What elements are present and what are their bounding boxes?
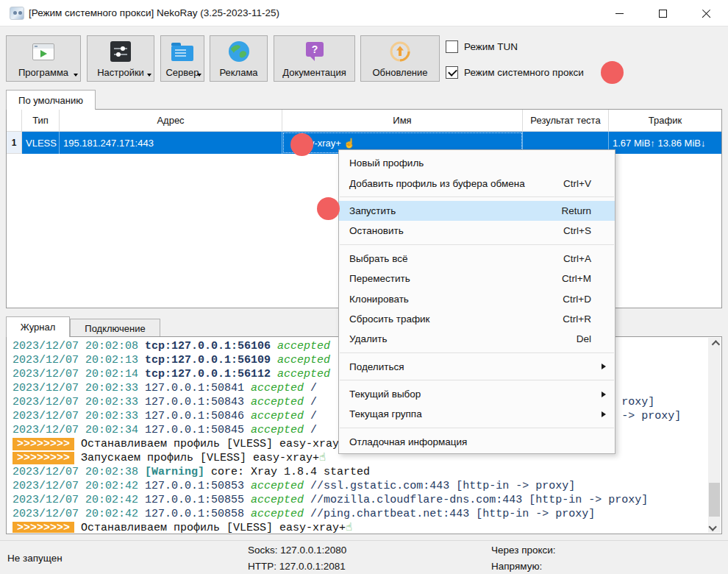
tun-mode-checkbox[interactable]: Режим TUN xyxy=(446,39,518,54)
menu-item[interactable]: Отладочная информация xyxy=(339,432,615,452)
tab-connections-label: Подключение xyxy=(85,323,145,334)
status-via-proxy: Через прокси: xyxy=(491,545,556,556)
submenu-arrow-icon xyxy=(602,364,606,369)
menu-item-label: Текущая группа xyxy=(349,408,422,419)
status-http: HTTP: 127.0.0.1:2081 xyxy=(248,561,346,572)
column-header[interactable]: Имя xyxy=(282,110,523,132)
tab-connections[interactable]: Подключение xyxy=(70,319,160,337)
title-bar: [Режим системного прокси] NekoRay (3.25-… xyxy=(0,0,728,26)
toolbar-button-4[interactable]: Реклама xyxy=(210,35,268,82)
menu-item[interactable]: КлонироватьCtrl+D xyxy=(339,288,615,308)
scrollbar-thumb[interactable] xyxy=(709,483,720,517)
server-folder-icon xyxy=(161,40,204,63)
window-controls xyxy=(598,0,728,26)
status-bar: Не запущен Socks: 127.0.0.1:2080 HTTP: 1… xyxy=(0,540,728,574)
menu-separator xyxy=(340,352,614,353)
toolbar-button-label: Обновление xyxy=(372,67,427,78)
menu-item[interactable]: Текущий выбор xyxy=(339,384,615,404)
log-line: 2023/12/07 20:02:42 127.0.0.1:50855 acce… xyxy=(13,493,708,507)
menu-item[interactable]: Выбрать всёCtrl+A xyxy=(339,249,615,269)
maximize-button[interactable] xyxy=(641,0,685,26)
menu-item-label: Отладочная информация xyxy=(349,436,467,447)
checkbox-label: Режим системного прокси xyxy=(464,67,584,78)
toolbar-button-5[interactable]: ?Документация xyxy=(274,35,355,82)
tab-log[interactable]: Журнал xyxy=(6,316,70,337)
context-menu: Новый профильДобавить профиль из буфера … xyxy=(338,149,615,454)
update-arrow-icon xyxy=(361,40,439,63)
cell-text: 1.67 MiB↑ 13.86 MiB↓ xyxy=(613,138,705,149)
chevron-up-icon xyxy=(711,340,719,348)
scroll-down-button[interactable] xyxy=(708,520,721,533)
toolbar-button-2[interactable]: Настройки xyxy=(87,35,154,82)
menu-item[interactable]: ОстановитьCtrl+S xyxy=(339,221,615,241)
cell-text: VLESS xyxy=(26,138,57,149)
log-scrollbar xyxy=(708,338,721,533)
menu-separator xyxy=(340,196,614,197)
column-header[interactable]: Тип xyxy=(22,110,60,132)
minimize-button[interactable] xyxy=(598,0,641,26)
minimize-icon xyxy=(615,13,624,14)
menu-item[interactable]: ПереместитьCtrl+M xyxy=(339,269,615,288)
menu-item-shortcut: Ctrl+R xyxy=(563,313,591,325)
cell-type: VLESS xyxy=(22,132,60,154)
status-run-state: Не запущен xyxy=(7,553,63,564)
toolbar-button-label: Документация xyxy=(282,67,346,78)
menu-item-label: Запустить xyxy=(349,205,396,216)
checkbox-label: Режим TUN xyxy=(464,41,518,52)
corner-header[interactable] xyxy=(7,110,22,132)
toolbar-button-label: Настройки xyxy=(97,67,144,78)
log-line: 2023/12/07 20:02:42 127.0.0.1:50858 acce… xyxy=(13,507,708,521)
column-header[interactable]: Трафик xyxy=(609,110,721,132)
toolbar-button-6[interactable]: Обновление xyxy=(360,35,440,82)
checkbox-checked-icon xyxy=(446,66,458,79)
menu-item-label: Остановить xyxy=(349,225,404,236)
menu-item-label: Удалить xyxy=(349,333,388,344)
annotation-dot-run-item xyxy=(317,197,340,220)
group-tab-default[interactable]: По умолчанию xyxy=(6,90,96,110)
close-button[interactable] xyxy=(685,0,728,26)
group-tab-label: По умолчанию xyxy=(18,95,83,106)
menu-item-shortcut: Ctrl+V xyxy=(563,178,591,189)
menu-item[interactable]: Текущая группа xyxy=(339,404,615,424)
close-icon xyxy=(702,9,711,18)
menu-item[interactable]: УдалитьDel xyxy=(339,329,615,349)
system-proxy-checkbox[interactable]: Режим системного прокси xyxy=(446,65,584,79)
help-bubble-icon: ? xyxy=(274,40,354,63)
log-line: 2023/12/07 20:02:38 [Warning] core: Xray… xyxy=(13,465,708,479)
table-header-row: ТипАдресИмяРезультат тестаТрафик xyxy=(7,110,721,132)
globe-icon xyxy=(210,40,267,63)
toolbar-button-label: Реклама xyxy=(219,67,257,78)
menu-item-shortcut: Ctrl+D xyxy=(563,294,591,305)
menu-item[interactable]: Поделиться xyxy=(339,357,615,377)
menu-separator xyxy=(340,380,614,380)
menu-separator xyxy=(340,244,614,245)
menu-item-label: Поделиться xyxy=(349,361,404,372)
column-header[interactable]: Адрес xyxy=(60,110,282,132)
toolbar-button-label: Сервер xyxy=(165,67,199,78)
checkbox-unchecked-icon xyxy=(446,40,458,53)
hand-cursor-icon: ☝ xyxy=(343,138,355,149)
toolbar-button-1[interactable]: Программа xyxy=(6,35,81,82)
menu-item-shortcut: Ctrl+S xyxy=(563,225,591,236)
menu-item[interactable]: Сбросить трафикCtrl+R xyxy=(339,309,615,329)
log-line: 2023/12/07 20:02:42 127.0.0.1:50853 acce… xyxy=(13,479,708,493)
maximize-icon xyxy=(659,10,667,18)
status-socks: Socks: 127.0.0.1:2080 xyxy=(248,545,346,556)
toolbar-button-3[interactable]: Сервер xyxy=(160,35,204,82)
app-icon xyxy=(10,7,24,20)
menu-item[interactable]: Добавить профиль из буфера обменаCtrl+V xyxy=(339,173,615,193)
chevron-down-icon xyxy=(708,522,716,531)
tab-log-label: Журнал xyxy=(21,322,55,333)
menu-item[interactable]: Новый профиль xyxy=(339,153,615,173)
dropdown-arrow-icon xyxy=(74,74,78,77)
menu-item-label: Сбросить трафик xyxy=(349,313,430,325)
menu-item-highlighted[interactable]: ЗапуститьReturn xyxy=(339,201,615,221)
scroll-up-button[interactable] xyxy=(708,338,721,350)
dropdown-arrow-icon xyxy=(197,74,201,77)
submenu-arrow-icon xyxy=(602,411,606,417)
svg-text:?: ? xyxy=(311,43,318,55)
annotation-dot-profile-name xyxy=(290,133,313,156)
menu-item-label: Клонировать xyxy=(349,294,409,305)
menu-item-label: Переместить xyxy=(349,273,410,284)
column-header[interactable]: Результат теста xyxy=(523,110,609,132)
